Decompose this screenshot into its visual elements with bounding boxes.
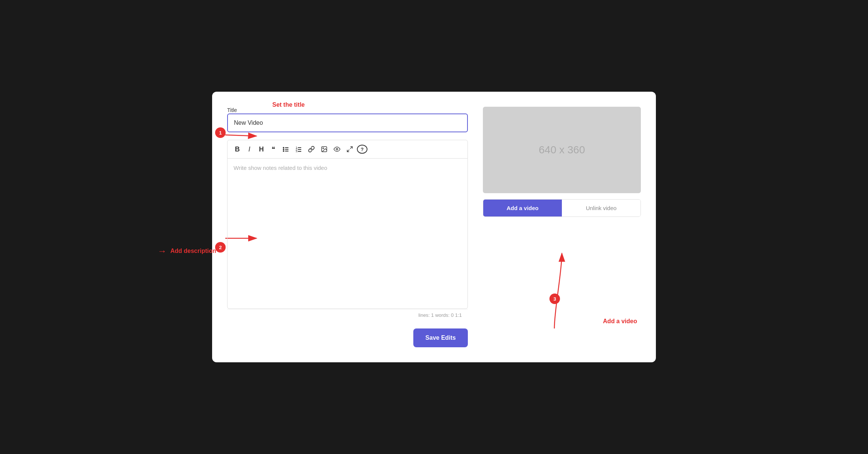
help-button[interactable]: ? [357,145,367,154]
thumbnail-dimensions: 640 x 360 [539,144,585,156]
svg-point-5 [283,149,284,150]
svg-text:3.: 3. [296,150,298,153]
left-panel: Set the title Title → Add description B … [227,107,468,347]
editor-placeholder: Write show notes related to this video [234,165,327,171]
save-edits-button[interactable]: Save Edits [413,328,468,347]
unlink-video-button[interactable]: Unlink video [562,200,640,216]
svg-line-19 [347,150,349,152]
video-actions: Add a video Unlink video [483,199,641,217]
step-badge-3: 3 [549,294,560,304]
link-button[interactable] [306,144,317,154]
toolbar: B I H ❝ 1.2.3. [228,140,467,159]
add-video-button[interactable]: Add a video [483,200,562,216]
ordered-list-button[interactable]: 1.2.3. [293,144,304,154]
annotation-add-video: Add a video [603,318,637,325]
image-button[interactable] [319,144,330,154]
editor-container[interactable]: B I H ❝ 1.2.3. [227,140,468,309]
annotation-add-description: → Add description [158,246,216,256]
preview-button[interactable] [331,144,343,154]
save-row: Save Edits [227,328,468,347]
thumbnail-box: 640 x 360 [483,107,641,193]
right-panel: 640 x 360 Add a video Unlink video Add a… [483,107,641,347]
modal: 1 2 3 Set the title Title → Add descript… [212,92,656,362]
title-label: Title [227,107,237,113]
title-input[interactable] [227,114,468,132]
heading-button[interactable]: H [256,144,267,154]
editor-body[interactable]: Write show notes related to this video [228,159,467,309]
blockquote-button[interactable]: ❝ [268,144,279,154]
svg-point-3 [283,147,284,148]
editor-footer: lines: 1 words: 0 1:1 [227,309,468,321]
italic-button[interactable]: I [244,144,255,154]
bold-button[interactable]: B [232,144,243,154]
title-section: Title [227,107,468,132]
svg-point-16 [323,148,323,148]
svg-line-18 [351,147,352,148]
step-badge-2: 2 [215,242,226,253]
step-badge-1: 1 [215,127,226,138]
unordered-list-button[interactable] [280,144,291,154]
svg-point-7 [283,150,284,152]
svg-point-17 [336,148,338,150]
fullscreen-button[interactable] [344,144,355,154]
